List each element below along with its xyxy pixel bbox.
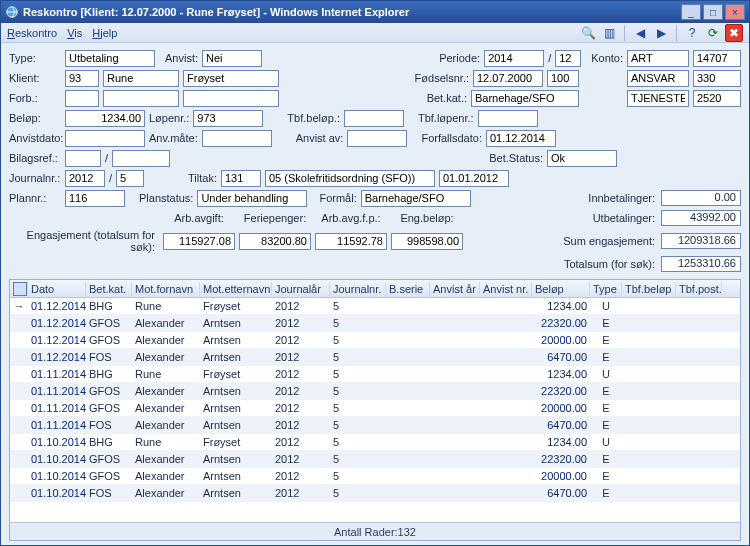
tiltak-num-field[interactable] <box>221 170 261 187</box>
engbelop-field[interactable] <box>391 233 463 250</box>
cell-betkat: GFOS <box>86 402 132 414</box>
tbflopenr-field[interactable] <box>478 110 538 127</box>
klient-en-field[interactable] <box>183 70 279 87</box>
table-row[interactable]: 01.12.2014GFOSAlexanderArntsen2012520000… <box>10 332 740 349</box>
forb-en-field[interactable] <box>183 90 279 107</box>
col-tbfpost[interactable]: Tbf.post. <box>676 282 722 296</box>
prev-icon[interactable]: ◀ <box>631 24 649 42</box>
anvmate-field[interactable] <box>202 130 272 147</box>
cell-belop: 6470.00 <box>532 487 590 499</box>
planstatus-field[interactable] <box>197 190 307 207</box>
refresh-icon[interactable]: ⟳ <box>704 24 722 42</box>
klient-id-field[interactable] <box>65 70 99 87</box>
fodselsnr-date-field[interactable] <box>473 70 543 87</box>
col-anvistnr[interactable]: Anvist nr. <box>480 282 532 296</box>
konto-tjeneste-label[interactable] <box>627 90 689 107</box>
close-button[interactable]: × <box>725 4 745 20</box>
table-row[interactable]: 01.11.2014GFOSAlexanderArntsen2012520000… <box>10 400 740 417</box>
col-dato[interactable]: Dato <box>28 282 86 296</box>
sumengasjement-value: 1209318.66 <box>661 233 741 249</box>
periode-year-field[interactable] <box>484 50 544 67</box>
forfallsdato-field[interactable] <box>486 130 556 147</box>
konto-tjeneste-value[interactable] <box>693 90 741 107</box>
bilagsref1-field[interactable] <box>65 150 101 167</box>
table-row[interactable]: 01.10.2014BHGRuneFrøyset201251234.00U <box>10 434 740 451</box>
col-anvistar[interactable]: Anvist år <box>430 282 480 296</box>
konto-art-label[interactable] <box>627 50 689 67</box>
cell-etternavn: Arntsen <box>200 317 272 329</box>
tiltak-date-field[interactable] <box>439 170 509 187</box>
menu-reskontro[interactable]: Reskontro <box>7 27 57 39</box>
cell-etternavn: Arntsen <box>200 419 272 431</box>
cell-betkat: GFOS <box>86 317 132 329</box>
cell-dato: 01.10.2014 <box>28 453 86 465</box>
anvistav-field[interactable] <box>347 130 407 147</box>
cell-type: E <box>590 385 622 397</box>
journalnr-year-field[interactable] <box>65 170 105 187</box>
binoculars-icon[interactable]: 🔍 <box>579 24 597 42</box>
table-row[interactable]: 01.12.2014GFOSAlexanderArntsen2012522320… <box>10 315 740 332</box>
formal-field[interactable] <box>361 190 471 207</box>
col-motfornavn[interactable]: Mot.fornavn <box>132 282 200 296</box>
tiltak-text-field[interactable] <box>265 170 435 187</box>
grid-body[interactable]: →01.12.2014BHGRuneFrøyset201251234.00U01… <box>10 298 740 522</box>
feriepenger-field[interactable] <box>239 233 311 250</box>
belop-field[interactable] <box>65 110 145 127</box>
cell-journalnr: 5 <box>330 300 386 312</box>
grid-corner-icon[interactable] <box>13 282 27 296</box>
filter-icon[interactable]: ▥ <box>600 24 618 42</box>
exit-icon[interactable]: ✖ <box>725 24 743 42</box>
anvistdato-field[interactable] <box>65 130 145 147</box>
engasjement-total-field[interactable] <box>163 233 235 250</box>
fodselsnr-num-field[interactable] <box>547 70 579 87</box>
col-tbfbelop[interactable]: Tbf.beløp <box>622 282 676 296</box>
cell-etternavn: Arntsen <box>200 351 272 363</box>
menu-vis[interactable]: Vis <box>67 27 82 39</box>
next-icon[interactable]: ▶ <box>652 24 670 42</box>
table-row[interactable]: →01.12.2014BHGRuneFrøyset201251234.00U <box>10 298 740 315</box>
klient-fn-field[interactable] <box>103 70 179 87</box>
label-plannr: Plannr.: <box>9 192 61 204</box>
menu-hjelp[interactable]: Hjelp <box>92 27 117 39</box>
minimize-button[interactable]: _ <box>681 4 701 20</box>
konto-ansvar-value[interactable] <box>693 70 741 87</box>
plannr-field[interactable] <box>65 190 125 207</box>
bilagsref2-field[interactable] <box>112 150 170 167</box>
table-row[interactable]: 01.10.2014GFOSAlexanderArntsen2012522320… <box>10 451 740 468</box>
maximize-button[interactable]: □ <box>703 4 723 20</box>
table-row[interactable]: 01.11.2014BHGRuneFrøyset201251234.00U <box>10 366 740 383</box>
betstatus-field[interactable] <box>547 150 617 167</box>
table-row[interactable]: 01.10.2014GFOSAlexanderArntsen2012520000… <box>10 468 740 485</box>
konto-art-value[interactable] <box>693 50 741 67</box>
col-journalnr[interactable]: Journalnr. <box>330 282 386 296</box>
type-field[interactable] <box>65 50 155 67</box>
table-row[interactable]: 01.11.2014GFOSAlexanderArntsen2012522320… <box>10 383 740 400</box>
col-belop[interactable]: Beløp <box>532 282 590 296</box>
periode-month-field[interactable] <box>555 50 581 67</box>
anvist-field[interactable] <box>202 50 262 67</box>
label-konto: Konto: <box>591 52 623 64</box>
cell-belop: 22320.00 <box>532 453 590 465</box>
lopenr-field[interactable] <box>193 110 263 127</box>
table-row[interactable]: 01.12.2014FOSAlexanderArntsen201256470.0… <box>10 349 740 366</box>
tbfbelop-field[interactable] <box>344 110 404 127</box>
cell-fornavn: Alexander <box>132 419 200 431</box>
cell-type: E <box>590 470 622 482</box>
konto-ansvar-label[interactable] <box>627 70 689 87</box>
forb-field[interactable] <box>65 90 99 107</box>
forb-fn-field[interactable] <box>103 90 179 107</box>
table-row[interactable]: 01.11.2014FOSAlexanderArntsen201256470.0… <box>10 417 740 434</box>
label-anvistdato: Anvistdato: <box>9 132 61 144</box>
table-row[interactable]: 01.10.2014FOSAlexanderArntsen201256470.0… <box>10 485 740 502</box>
help-icon[interactable]: ? <box>683 24 701 42</box>
cell-type: E <box>590 334 622 346</box>
col-motetternavn[interactable]: Mot.etternavn <box>200 282 272 296</box>
col-betkat[interactable]: Bet.kat. <box>86 282 132 296</box>
col-type[interactable]: Type <box>590 282 622 296</box>
col-bserie[interactable]: B.serie <box>386 282 430 296</box>
col-journalar[interactable]: Journalår <box>272 282 330 296</box>
journalnr-num-field[interactable] <box>116 170 144 187</box>
grid-footer: Antall Rader:132 <box>10 522 740 540</box>
arbavgfp-field[interactable] <box>315 233 387 250</box>
betkat-field[interactable] <box>471 90 579 107</box>
